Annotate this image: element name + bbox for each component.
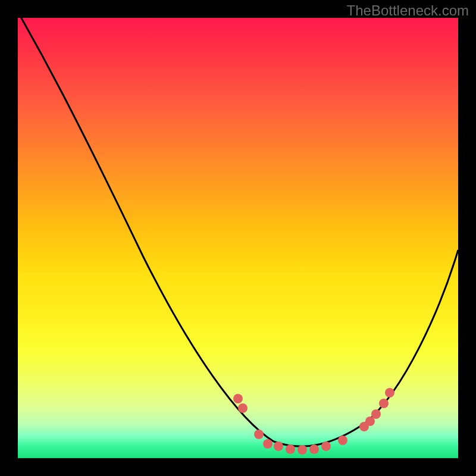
chart-area: [18, 18, 458, 458]
data-marker: [286, 444, 295, 454]
data-marker: [338, 436, 347, 445]
data-marker: [238, 403, 248, 413]
data-marker: [274, 441, 283, 451]
data-markers-group: [233, 388, 394, 455]
data-marker: [263, 439, 273, 449]
data-marker: [254, 430, 264, 439]
bottleneck-curve-path: [18, 18, 458, 446]
data-marker: [385, 388, 394, 397]
bottleneck-curve-svg: [18, 18, 458, 458]
data-marker: [298, 445, 307, 455]
data-marker: [379, 399, 389, 408]
data-marker: [371, 409, 381, 419]
watermark-text: TheBottleneck.com: [347, 2, 469, 19]
data-marker: [233, 394, 243, 403]
data-marker: [321, 441, 331, 451]
data-marker: [309, 444, 319, 454]
